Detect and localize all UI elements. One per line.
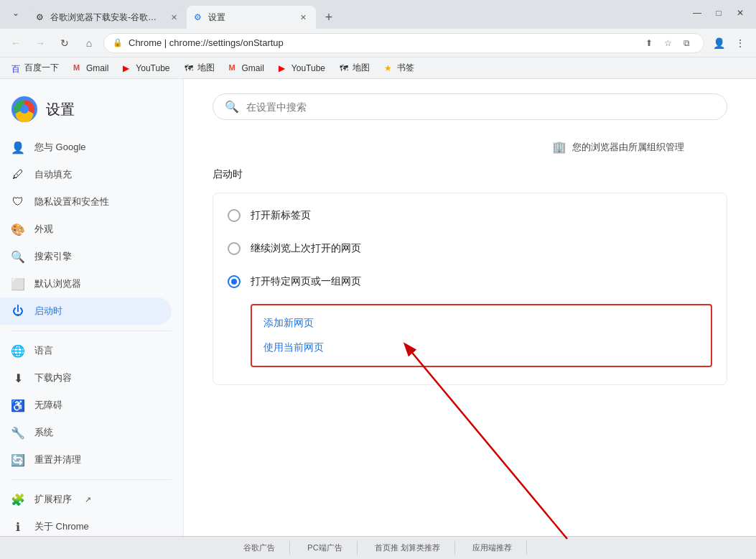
- sidebar-item-autofill[interactable]: 🖊 自动填充: [0, 161, 172, 188]
- share-button[interactable]: ⬆: [640, 34, 658, 52]
- sidebar-item-language[interactable]: 🌐 语言: [0, 337, 172, 364]
- bookmark-maps-1[interactable]: 🗺 地图: [179, 60, 220, 76]
- sidebar-label-appearance: 外观: [34, 223, 53, 236]
- new-tab-button[interactable]: +: [319, 7, 339, 27]
- tab-list-button[interactable]: ⌄: [6, 3, 26, 23]
- system-icon: 🔧: [11, 426, 24, 439]
- option-specific[interactable]: 打开特定网页或一组网页: [213, 265, 727, 298]
- settings-body: 🏢 您的浏览器由所属组织管理 启动时 打开新标签页: [184, 131, 756, 385]
- sidebar-item-google[interactable]: 👤 您与 Google: [0, 134, 172, 161]
- bookmark-gmail-1[interactable]: M Gmail: [67, 61, 114, 75]
- svg-point-2: [20, 105, 29, 114]
- youtube-2-icon: ▶: [279, 63, 289, 73]
- use-current-link[interactable]: 使用当前网页: [263, 336, 699, 360]
- bookmark-bookmarks[interactable]: ★ 书签: [378, 60, 420, 76]
- language-icon: 🌐: [11, 344, 24, 357]
- sidebar-label-search: 搜索引擎: [34, 250, 72, 263]
- radio-specific-inner: [231, 279, 237, 285]
- search-bar[interactable]: 🔍: [213, 93, 727, 120]
- bookmark-maps-2[interactable]: 🗺 地图: [334, 60, 375, 76]
- google-icon: 👤: [11, 141, 24, 154]
- option-new-tab[interactable]: 打开新标签页: [213, 199, 727, 232]
- bookmark-button[interactable]: ☆: [659, 34, 676, 52]
- startup-icon: ⏻: [11, 305, 24, 318]
- sidebar-item-extensions[interactable]: 🧩 扩展程序 ↗: [0, 486, 172, 513]
- refresh-button[interactable]: ↻: [55, 33, 75, 53]
- split-view-button[interactable]: ⧉: [678, 34, 695, 52]
- sidebar-item-accessibility[interactable]: ♿ 无障碍: [0, 392, 172, 419]
- bookmark-gmail-2-label: Gmail: [242, 63, 264, 73]
- sub-options-box: 添加新网页 使用当前网页: [251, 304, 712, 367]
- forward-button[interactable]: →: [30, 33, 50, 53]
- default-browser-icon: ⬜: [11, 277, 24, 290]
- search-icon: 🔍: [225, 100, 239, 114]
- sidebar-item-reset[interactable]: 🔄 重置并清理: [0, 446, 172, 473]
- org-icon: 🏢: [552, 140, 566, 154]
- profile-button[interactable]: 👤: [709, 33, 729, 53]
- main-content: 设置 👤 您与 Google 🖊 自动填充 🛡 隐私设置和安全性: [0, 79, 756, 536]
- address-bar[interactable]: 🔒 Chrome | chrome://settings/onStartup ⬆…: [103, 33, 704, 53]
- startup-section-title: 启动时: [213, 168, 727, 181]
- settings-main: 🔍 🏢 您的浏览器由所属组织管理 启动时: [184, 79, 756, 536]
- bookmark-maps-2-label: 地图: [353, 62, 370, 74]
- maps-1-icon: 🗺: [185, 63, 195, 73]
- sidebar: 设置 👤 您与 Google 🖊 自动填充 🛡 隐私设置和安全性: [0, 79, 184, 536]
- sidebar-header: 设置: [0, 85, 183, 131]
- radio-specific[interactable]: [228, 275, 241, 288]
- sidebar-item-system[interactable]: 🔧 系统: [0, 419, 172, 446]
- sidebar-item-about[interactable]: ℹ 关于 Chrome: [0, 513, 172, 536]
- address-text: Chrome | chrome://settings/onStartup: [129, 37, 635, 48]
- about-icon: ℹ: [11, 520, 24, 533]
- tab-2-close[interactable]: ✕: [297, 11, 309, 23]
- baidu-icon: 百: [11, 63, 22, 73]
- search-bar-wrap: 🔍: [184, 79, 756, 131]
- bookmark-baidu[interactable]: 百 百度一下: [6, 60, 65, 76]
- sidebar-item-startup[interactable]: ⏻ 启动时: [0, 297, 172, 325]
- radio-continue[interactable]: [228, 242, 241, 255]
- tab-1[interactable]: ⚙ 谷歌浏览器下载安装-谷歌浏览器... ✕: [29, 6, 187, 29]
- taskbar: 谷歌广告 PC端广告 首页推 划算类推荐 应用端推荐: [0, 536, 756, 559]
- add-page-link[interactable]: 添加新网页: [263, 311, 699, 336]
- downloads-icon: ⬇: [11, 371, 24, 384]
- radio-new-tab[interactable]: [228, 209, 241, 222]
- taskbar-item-4: 应用端推荐: [458, 541, 527, 555]
- bookmarks-icon: ★: [384, 63, 394, 73]
- sidebar-label-reset: 重置并清理: [34, 453, 81, 466]
- sidebar-item-search[interactable]: 🔍 搜索引擎: [0, 243, 172, 270]
- bookmark-youtube-1-label: YouTube: [136, 63, 169, 73]
- sidebar-label-downloads: 下载内容: [34, 371, 72, 384]
- tab-1-favicon: ⚙: [36, 12, 46, 22]
- bookmark-youtube-1[interactable]: ▶ YouTube: [117, 61, 175, 75]
- address-actions: ⬆ ☆ ⧉: [640, 34, 695, 52]
- sidebar-item-appearance[interactable]: 🎨 外观: [0, 216, 172, 243]
- option-specific-label: 打开特定网页或一组网页: [251, 275, 361, 288]
- search-input[interactable]: [246, 101, 715, 113]
- maximize-button[interactable]: □: [709, 3, 729, 23]
- appearance-icon: 🎨: [11, 223, 24, 236]
- bookmark-maps-1-label: 地图: [197, 62, 215, 74]
- tab-1-title: 谷歌浏览器下载安装-谷歌浏览器...: [50, 11, 164, 24]
- bookmark-gmail-2[interactable]: M Gmail: [223, 61, 270, 75]
- back-button[interactable]: ←: [6, 33, 26, 53]
- tab-chevron-area: ⌄: [0, 3, 26, 29]
- sidebar-item-downloads[interactable]: ⬇ 下载内容: [0, 364, 172, 392]
- bookmark-gmail-1-label: Gmail: [86, 63, 108, 73]
- org-notice-text: 您的浏览器由所属组织管理: [572, 141, 684, 154]
- sidebar-label-language: 语言: [34, 344, 53, 357]
- window-controls: — □ ✕: [687, 3, 756, 29]
- more-menu-button[interactable]: ⋮: [730, 33, 750, 53]
- option-continue[interactable]: 继续浏览上次打开的网页: [213, 232, 727, 265]
- tab-1-close[interactable]: ✕: [168, 11, 179, 23]
- sidebar-label-about: 关于 Chrome: [34, 520, 89, 533]
- sidebar-divider-1: [11, 331, 172, 331]
- taskbar-item-1: 谷歌广告: [229, 541, 290, 555]
- bookmark-youtube-2[interactable]: ▶ YouTube: [273, 61, 331, 75]
- nav-bar: ← → ↻ ⌂ 🔒 Chrome | chrome://settings/onS…: [0, 29, 756, 57]
- tab-2[interactable]: ⚙ 设置 ✕: [187, 6, 316, 29]
- minimize-button[interactable]: —: [687, 3, 707, 23]
- autofill-icon: 🖊: [11, 168, 24, 181]
- sidebar-item-default-browser[interactable]: ⬜ 默认浏览器: [0, 270, 172, 297]
- close-button[interactable]: ✕: [730, 3, 750, 23]
- sidebar-item-privacy[interactable]: 🛡 隐私设置和安全性: [0, 188, 172, 216]
- home-button[interactable]: ⌂: [79, 33, 99, 53]
